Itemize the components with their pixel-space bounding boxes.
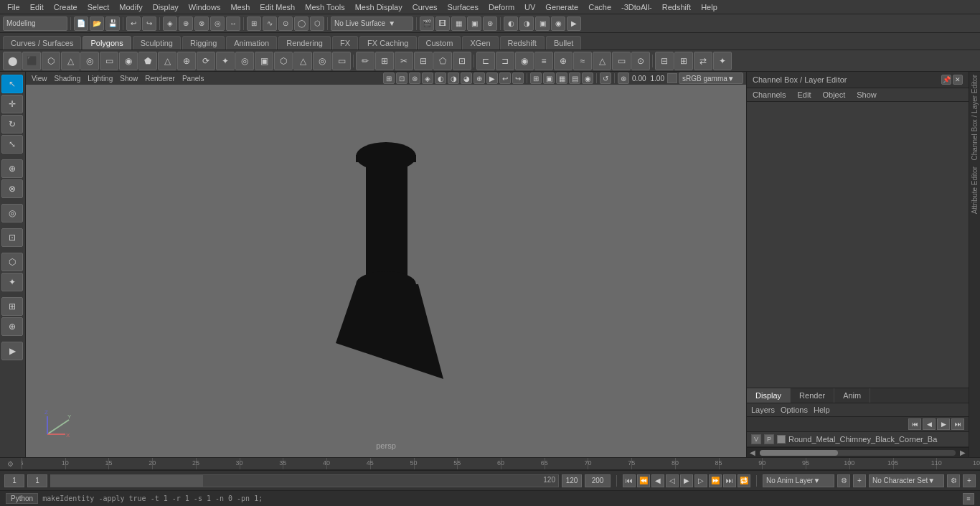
open-file-button[interactable]: 📂 <box>90 17 104 31</box>
lasso-select-button[interactable]: ⊕ <box>179 17 193 31</box>
helix-tool[interactable]: ⟳ <box>197 52 215 70</box>
layer-nav-prev[interactable]: ◀ <box>923 418 936 430</box>
subdiv-torus-tool[interactable]: ◎ <box>313 52 331 70</box>
select-mode-button[interactable]: ◈ <box>163 17 177 31</box>
menu-mesh-display[interactable]: Mesh Display <box>351 1 407 13</box>
hud-button[interactable]: ▣ <box>543 72 555 84</box>
rotate-tool-button[interactable]: ↻ <box>1 115 23 133</box>
menu-modify[interactable]: Modify <box>115 1 146 13</box>
show-menu[interactable]: Show <box>117 74 141 83</box>
sphere-tool[interactable]: ⬤ <box>3 52 22 70</box>
menu-3dtool[interactable]: -3DtoAll- <box>617 1 656 13</box>
move-tool-button[interactable]: ✛ <box>1 95 23 113</box>
scroll-track[interactable] <box>760 450 956 456</box>
wireframe-view-button[interactable]: ◈ <box>422 72 433 84</box>
dr-tab-render[interactable]: Render <box>791 388 834 403</box>
resolution-button[interactable]: ▦ <box>556 72 567 84</box>
layers-tab[interactable]: Layers <box>751 406 775 414</box>
range-end2-field[interactable] <box>585 474 611 487</box>
connect-tool[interactable]: ⊞ <box>375 52 394 70</box>
poke-tool[interactable]: ⊙ <box>631 52 650 70</box>
select-cam-button[interactable]: ⊞ <box>383 72 395 84</box>
isolate-button[interactable]: ◑ <box>519 17 534 31</box>
transport-next-frame[interactable]: ▷ <box>694 474 707 487</box>
playblast-button[interactable]: ▶ <box>486 72 498 84</box>
triangulate-tool[interactable]: △ <box>593 52 611 70</box>
multi-cut-tool[interactable]: ✂ <box>395 52 413 70</box>
timeline[interactable]: ⚙ 51015202530354045505560657075808590951… <box>0 457 980 470</box>
shaded-view-button[interactable]: ◐ <box>435 72 446 84</box>
dr-tab-anim[interactable]: Anim <box>834 388 870 403</box>
scale-tool-button[interactable]: ⤡ <box>1 135 23 154</box>
transport-go-end[interactable]: ⏭ <box>723 474 736 487</box>
tab-fx-caching[interactable]: FX Caching <box>359 36 416 50</box>
layer-name[interactable]: Round_Metal_Chimney_Black_Corner_Ba <box>788 435 964 444</box>
anim-layer-dropdown[interactable]: No Anim Layer ▼ <box>763 474 834 487</box>
redo-button[interactable]: ↪ <box>142 17 156 31</box>
batch-render-button[interactable]: ⊛ <box>483 17 497 31</box>
smooth-button[interactable]: ◉ <box>551 17 565 31</box>
offset-edge-tool[interactable]: ⊟ <box>414 52 433 70</box>
menu-surfaces[interactable]: Surfaces <box>443 1 483 13</box>
subdiv-cone-tool[interactable]: △ <box>293 52 312 70</box>
layer-playback[interactable]: P <box>764 434 774 444</box>
aspect-button[interactable]: ▤ <box>569 72 580 84</box>
undo-button[interactable]: ↩ <box>126 17 141 31</box>
transport-next-key[interactable]: ⏩ <box>709 474 722 487</box>
menu-redshift[interactable]: Redshift <box>658 1 695 13</box>
tab-xgen[interactable]: XGen <box>462 36 498 50</box>
render-settings-button[interactable]: 🎬 <box>420 17 434 31</box>
quad-draw-tool[interactable]: ▭ <box>612 52 631 70</box>
fill-hole-tool[interactable]: ◉ <box>515 52 534 70</box>
cb-tab-edit[interactable]: Edit <box>791 88 816 101</box>
collapse-edge-tool[interactable]: ≡ <box>534 52 553 70</box>
viewport[interactable]: View Shading Lighting Show Renderer Pane… <box>26 72 746 457</box>
sculpt-button[interactable]: ⬡ <box>1 253 23 271</box>
transport-go-start[interactable]: ⏮ <box>623 474 636 487</box>
tab-bullet[interactable]: Bullet <box>546 36 582 50</box>
menu-uv[interactable]: UV <box>520 1 540 13</box>
menu-generate[interactable]: Generate <box>541 1 583 13</box>
cleanup-tool[interactable]: ✦ <box>713 52 732 70</box>
view-menu[interactable]: View <box>29 74 50 83</box>
transport-prev-frame[interactable]: ◀ <box>651 474 664 487</box>
menu-curves[interactable]: Curves <box>408 1 442 13</box>
cb-close-button[interactable]: ✕ <box>953 75 963 85</box>
snap-button-left[interactable]: ⊕ <box>1 317 23 336</box>
scroll-right-button[interactable]: ▶ <box>958 449 967 456</box>
new-file-button[interactable]: 📄 <box>74 17 88 31</box>
grid-button-left[interactable]: ⊞ <box>1 297 23 316</box>
layer-nav-first[interactable]: ⏮ <box>908 418 921 430</box>
attribute-editor-vertical-tab[interactable]: Attribute Editor <box>969 164 980 217</box>
layer-nav-last[interactable]: ⏭ <box>951 418 964 430</box>
live-surface-dropdown[interactable]: No Live Surface ▼ <box>331 17 413 31</box>
cb-tab-show[interactable]: Show <box>851 88 882 101</box>
tab-redshift[interactable]: Redshift <box>500 36 545 50</box>
cone-tool[interactable]: △ <box>61 52 80 70</box>
subdiv-sphere-tool[interactable]: ◎ <box>235 52 254 70</box>
snap-view-button[interactable]: ◯ <box>294 17 308 31</box>
menu-mesh[interactable]: Mesh <box>226 1 254 13</box>
cb-pin-button[interactable]: 📌 <box>941 75 951 85</box>
light-view-button[interactable]: ◕ <box>461 72 472 84</box>
menu-help[interactable]: Help <box>697 1 722 13</box>
transport-play-back[interactable]: ◁ <box>666 474 679 487</box>
snap-toggle-button[interactable]: ↔ <box>226 17 240 31</box>
tab-animation[interactable]: Animation <box>226 36 277 50</box>
smooth-tool[interactable]: ≈ <box>573 52 592 70</box>
anim-layer-settings[interactable]: ⚙ <box>837 474 850 487</box>
layer-color-swatch[interactable] <box>777 435 786 444</box>
menu-mesh-tools[interactable]: Mesh Tools <box>301 1 349 13</box>
current-frame-field[interactable] <box>27 474 47 487</box>
plane-tool[interactable]: ▭ <box>100 52 118 70</box>
cylinder-tool[interactable]: ⬡ <box>42 52 60 70</box>
char-set-dropdown[interactable]: No Character Set ▼ <box>869 474 944 487</box>
last-tool-button[interactable]: ⊕ <box>1 159 23 178</box>
camera-attr-button[interactable]: ◉ <box>582 72 593 84</box>
options-tab[interactable]: Options <box>781 406 808 414</box>
redo-view-button[interactable]: ↪ <box>512 72 524 84</box>
prism-tool[interactable]: ⬟ <box>138 52 157 70</box>
lighting-menu[interactable]: Lighting <box>85 74 116 83</box>
frame-all-button[interactable]: ⊛ <box>409 72 420 84</box>
subdiv-cyl-tool[interactable]: ⬡ <box>274 52 293 70</box>
